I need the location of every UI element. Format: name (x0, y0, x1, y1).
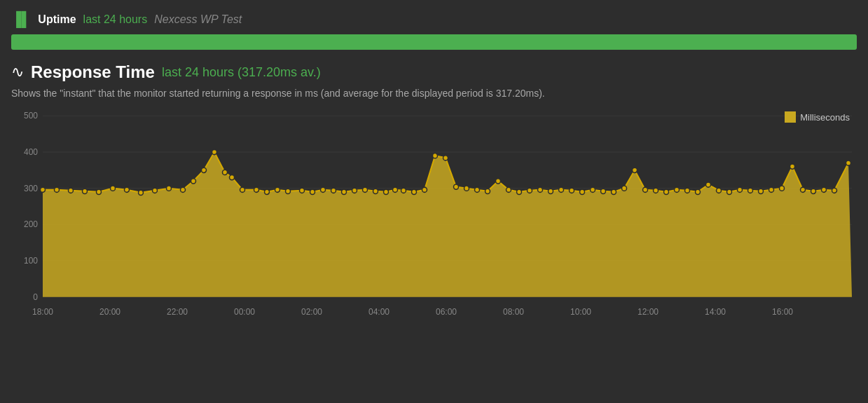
svg-point-26 (55, 187, 60, 192)
svg-point-95 (811, 189, 816, 193)
svg-point-78 (633, 168, 638, 172)
svg-point-90 (759, 189, 764, 193)
response-header: ∿ Response Time last 24 hours (317.20ms … (11, 62, 857, 82)
chart-svg: 500 400 300 200 100 0 18:00 20:00 22:00 … (11, 109, 857, 326)
svg-point-75 (601, 189, 606, 193)
svg-text:300: 300 (24, 184, 38, 193)
svg-point-57 (412, 189, 417, 194)
response-icon: ∿ (11, 63, 24, 81)
svg-point-94 (801, 187, 806, 192)
svg-text:06:00: 06:00 (436, 307, 457, 317)
uptime-icon: ▐▌ (11, 11, 31, 27)
svg-point-66 (507, 187, 511, 192)
svg-point-37 (202, 168, 207, 172)
response-chart: Milliseconds 500 400 300 200 100 0 18:00… (11, 109, 857, 326)
svg-point-76 (612, 189, 616, 194)
svg-point-32 (139, 190, 144, 195)
svg-point-86 (717, 188, 722, 193)
svg-text:14:00: 14:00 (705, 307, 726, 317)
svg-point-49 (331, 188, 336, 193)
svg-point-46 (300, 188, 305, 193)
svg-point-82 (675, 187, 680, 192)
svg-point-69 (538, 187, 543, 192)
svg-text:12:00: 12:00 (638, 307, 659, 317)
svg-point-44 (275, 187, 280, 192)
svg-text:500: 500 (24, 111, 38, 121)
svg-point-84 (696, 189, 701, 194)
response-period: last 24 hours (317.20ms av.) (162, 65, 321, 80)
svg-point-87 (727, 189, 732, 194)
uptime-progress-bar (11, 34, 857, 50)
svg-point-80 (654, 188, 659, 193)
svg-point-96 (822, 187, 827, 192)
svg-point-58 (422, 187, 427, 192)
svg-point-83 (685, 188, 690, 193)
svg-point-50 (342, 189, 347, 194)
legend-label: Milliseconds (800, 112, 850, 123)
svg-text:200: 200 (24, 219, 38, 229)
svg-text:18:00: 18:00 (32, 307, 53, 317)
svg-text:100: 100 (24, 256, 38, 266)
svg-point-61 (454, 184, 459, 189)
svg-point-93 (790, 164, 795, 169)
svg-text:16:00: 16:00 (772, 307, 793, 317)
svg-point-35 (181, 187, 186, 192)
svg-point-77 (622, 186, 627, 191)
svg-text:10:00: 10:00 (570, 307, 591, 317)
svg-point-67 (517, 189, 522, 194)
svg-point-55 (393, 187, 398, 192)
svg-point-65 (496, 179, 501, 184)
response-title: Response Time (31, 62, 155, 82)
svg-text:08:00: 08:00 (503, 307, 524, 317)
svg-text:00:00: 00:00 (234, 307, 255, 317)
svg-point-52 (363, 187, 368, 192)
svg-text:0: 0 (33, 292, 38, 302)
svg-point-81 (664, 189, 669, 194)
svg-point-88 (738, 187, 743, 192)
svg-point-30 (111, 186, 116, 191)
svg-point-72 (570, 188, 574, 193)
svg-point-51 (352, 188, 357, 193)
svg-point-53 (373, 189, 378, 193)
uptime-site: Nexcess WP Test (154, 13, 242, 26)
svg-text:22:00: 22:00 (167, 307, 188, 317)
legend-color-box (785, 111, 796, 123)
svg-point-64 (485, 189, 490, 193)
svg-point-91 (769, 187, 774, 192)
svg-text:04:00: 04:00 (368, 307, 390, 317)
uptime-period: last 24 hours (83, 13, 148, 26)
svg-point-25 (41, 187, 46, 192)
svg-point-73 (580, 189, 585, 194)
chart-legend: Milliseconds (785, 111, 850, 123)
svg-point-98 (846, 160, 851, 165)
svg-point-74 (591, 187, 595, 192)
svg-text:400: 400 (24, 147, 38, 157)
uptime-title: Uptime (38, 13, 76, 26)
response-description: Shows the "instant" that the monitor sta… (11, 88, 857, 99)
svg-point-79 (643, 187, 648, 192)
svg-point-60 (443, 156, 448, 160)
svg-point-45 (286, 189, 291, 193)
svg-point-34 (167, 186, 172, 191)
svg-point-41 (240, 187, 245, 192)
svg-text:02:00: 02:00 (301, 307, 322, 317)
svg-point-36 (191, 179, 196, 184)
svg-point-62 (464, 186, 469, 191)
svg-point-42 (254, 187, 259, 192)
svg-point-97 (832, 188, 837, 193)
svg-point-39 (223, 170, 228, 175)
svg-point-56 (401, 188, 406, 193)
svg-point-40 (230, 175, 235, 180)
svg-point-68 (528, 188, 532, 193)
svg-point-33 (153, 188, 158, 193)
svg-point-71 (559, 187, 564, 192)
chart-area (43, 152, 852, 297)
svg-point-70 (549, 189, 553, 193)
uptime-header: ▐▌ Uptime last 24 hours Nexcess WP Test (11, 11, 857, 27)
svg-point-47 (310, 189, 315, 194)
svg-point-92 (780, 186, 785, 191)
svg-text:20:00: 20:00 (99, 307, 120, 317)
svg-point-29 (97, 189, 102, 194)
svg-point-59 (433, 153, 438, 158)
svg-point-27 (69, 188, 74, 193)
